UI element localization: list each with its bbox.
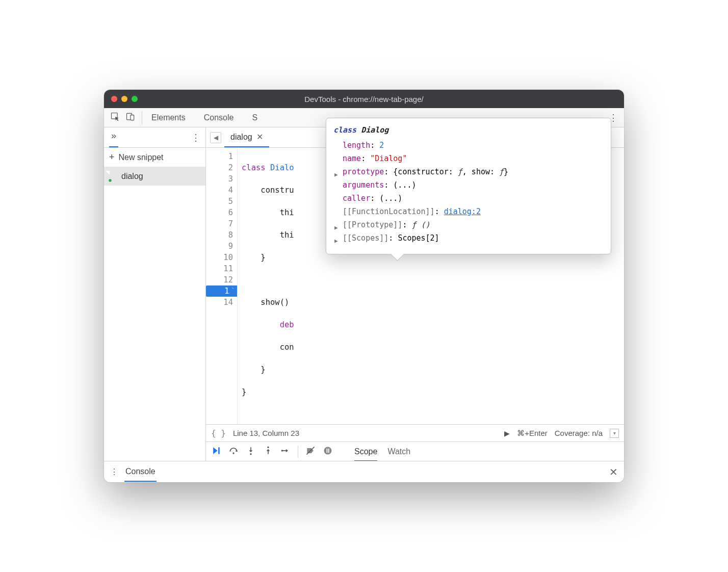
svg-rect-2 (131, 115, 134, 120)
file-tab-dialog[interactable]: dialog ✕ (224, 127, 269, 147)
svg-point-9 (324, 447, 332, 454)
collapse-panel-icon[interactable]: ▾ (610, 429, 619, 438)
svg-point-4 (232, 452, 234, 454)
step-out-icon[interactable] (263, 446, 273, 458)
run-shortcut-hint: ⌘+Enter (517, 429, 548, 438)
resume-icon[interactable] (211, 446, 221, 458)
prop-function-location[interactable]: [[FunctionLocation]]: dialog:2 (333, 205, 604, 218)
navigate-back-icon[interactable]: ◀ (210, 132, 221, 143)
function-location-link[interactable]: dialog:2 (444, 207, 481, 216)
deactivate-breakpoints-icon[interactable] (305, 446, 316, 458)
inspect-element-icon[interactable] (110, 112, 120, 124)
format-code-icon[interactable]: { } (211, 428, 226, 438)
pause-exceptions-icon[interactable] (323, 446, 333, 458)
titlebar: DevTools - chrome://new-tab-page/ (104, 90, 624, 108)
svg-rect-3 (218, 447, 220, 454)
svg-rect-10 (327, 448, 328, 452)
prop-caller[interactable]: caller: (...) (333, 192, 604, 205)
prop-prototype[interactable]: ▶prototype: {constructor: ƒ, show: ƒ} (333, 165, 604, 178)
current-line-marker: 13 (206, 285, 237, 297)
file-tab-label: dialog (230, 133, 252, 142)
prop-internal-prototype[interactable]: ▶[[Prototype]]: ƒ () (333, 218, 604, 231)
navigator-sidebar: » ⋮ + New snippet dialog (104, 127, 206, 461)
popover-title: class Dialog (333, 123, 604, 137)
svg-point-5 (250, 453, 251, 455)
console-drawer: ⋮ Console ✕ (104, 461, 624, 482)
editor-statusbar: { } Line 13, Column 23 ▶ ⌘+Enter Coverag… (206, 424, 624, 441)
prop-arguments[interactable]: arguments: (...) (333, 178, 604, 192)
close-drawer-icon[interactable]: ✕ (609, 466, 618, 478)
sidebar-tabbar: » ⋮ (104, 127, 205, 148)
sidebar-overflow-icon[interactable]: » (109, 127, 118, 147)
close-tab-icon[interactable]: ✕ (256, 132, 263, 142)
step-icon[interactable] (280, 446, 291, 458)
line-gutter: 1 2 3 4 5 6 7 8 9 10 11 12 13 14 (206, 148, 238, 424)
step-into-icon[interactable] (246, 446, 256, 458)
prop-name[interactable]: name: "Dialog" (333, 152, 604, 165)
plus-icon: + (109, 152, 115, 163)
tab-scope[interactable]: Scope (354, 447, 377, 461)
cursor-position: Line 13, Column 23 (233, 429, 299, 437)
device-toggle-icon[interactable] (125, 112, 136, 124)
svg-rect-11 (328, 448, 329, 452)
snippet-file-icon (109, 171, 117, 181)
prop-scopes[interactable]: ▶[[Scopes]]: Scopes[2] (333, 231, 604, 245)
snippet-item-dialog[interactable]: dialog (104, 167, 205, 186)
devtools-window: DevTools - chrome://new-tab-page/ Elemen… (104, 90, 624, 482)
tab-elements[interactable]: Elements (142, 108, 195, 127)
coverage-label: Coverage: n/a (555, 429, 603, 437)
object-preview-popover: class Dialog length: 2 name: "Dialog" ▶p… (326, 118, 611, 254)
sidebar-menu-icon[interactable]: ⋮ (191, 132, 200, 143)
tab-watch[interactable]: Watch (387, 447, 410, 456)
step-over-icon[interactable] (228, 446, 239, 458)
new-snippet-label: New snippet (119, 153, 164, 162)
svg-point-6 (267, 446, 269, 448)
prop-length[interactable]: length: 2 (333, 139, 604, 152)
drawer-menu-icon[interactable]: ⋮ (110, 467, 118, 477)
tab-console[interactable]: Console (195, 108, 243, 127)
snippet-item-label: dialog (121, 172, 143, 181)
svg-point-7 (281, 450, 283, 451)
console-drawer-tab[interactable]: Console (124, 462, 157, 482)
debugger-toolbar: Scope Watch (206, 441, 624, 461)
tab-sources-partial[interactable]: S (243, 108, 267, 127)
window-title: DevTools - chrome://new-tab-page/ (104, 95, 624, 103)
new-snippet-button[interactable]: + New snippet (104, 148, 205, 167)
run-snippet-icon[interactable]: ▶ (504, 429, 510, 437)
